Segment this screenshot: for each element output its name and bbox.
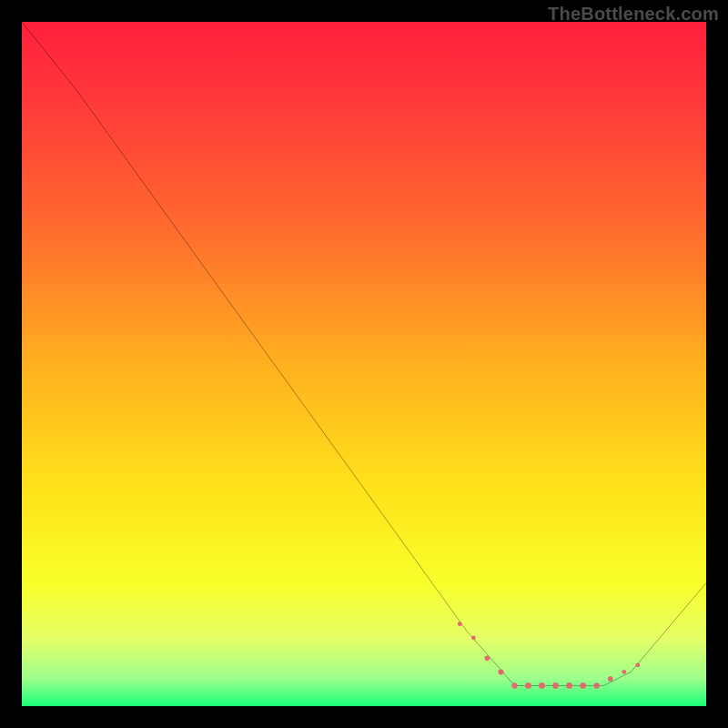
marker-dot (635, 662, 640, 667)
marker-dot (458, 622, 462, 626)
marker-dot (539, 682, 545, 689)
marker-dot (485, 656, 490, 662)
marker-dot (511, 682, 517, 688)
chart-background (22, 22, 706, 706)
marker-dot (622, 670, 626, 674)
marker-dot (608, 676, 613, 682)
marker-dot (525, 682, 531, 689)
bottleneck-chart (22, 22, 706, 706)
marker-dot (580, 682, 586, 689)
marker-dot (566, 682, 572, 689)
watermark-text: TheBottleneck.com (548, 4, 719, 25)
marker-dot (593, 682, 599, 688)
marker-dot (552, 682, 559, 689)
chart-frame: TheBottleneck.com (0, 0, 728, 728)
marker-dot (498, 669, 503, 674)
marker-dot (471, 635, 476, 640)
